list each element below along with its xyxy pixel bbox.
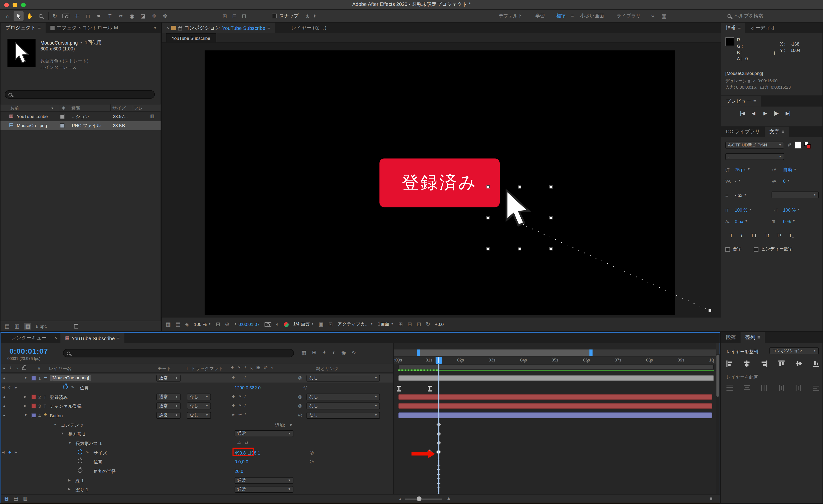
timeline-zoom-slider[interactable] — [405, 499, 442, 500]
track-matte-dropdown[interactable]: なし▼ — [187, 393, 211, 400]
snap-checkbox[interactable] — [272, 14, 277, 18]
vertical-scale-dropdown[interactable]: 100 %▼ — [735, 207, 752, 212]
previous-frame-button[interactable]: ◀| — [752, 111, 757, 116]
ligatures-checkbox[interactable] — [725, 247, 730, 251]
zoom-in-icon[interactable]: ▲ — [446, 496, 451, 501]
rotate-tool[interactable]: ↻ — [50, 11, 60, 21]
parent-pickwhip-icon[interactable]: ◎ — [298, 394, 302, 399]
faux-italic-button[interactable]: T — [739, 232, 744, 238]
panel-menu-icon[interactable]: ≡ — [738, 25, 741, 30]
transparency-grid-icon[interactable]: ⊡ — [328, 322, 333, 327]
layer-name[interactable]: [MouseCursor.png] — [50, 375, 91, 381]
quality-switch[interactable]: / — [245, 394, 246, 399]
align-center-h-button[interactable] — [744, 360, 750, 367]
eye-toggle[interactable]: ● — [3, 413, 5, 417]
clone-stamp-tool[interactable]: ◉ — [127, 11, 137, 21]
blend-mode-dropdown[interactable]: 通常▼ — [157, 375, 181, 381]
add-keyframe-button[interactable]: ◆ — [8, 450, 11, 454]
fast-previews-icon[interactable]: ⊟ — [407, 322, 412, 327]
roto-brush-tool[interactable]: ❖ — [149, 11, 159, 21]
graph-toggle-icon[interactable]: ∿ — [86, 450, 89, 455]
distribute-right-button[interactable] — [813, 385, 819, 391]
parent-dropdown[interactable]: なし▼ — [306, 393, 380, 400]
zoom-out-icon[interactable]: ▲ — [398, 497, 402, 501]
navigator-start-handle[interactable] — [417, 349, 420, 356]
group-row-rectangle-1[interactable]: ▼ 長方形 1 通常▼ — [1, 429, 393, 438]
work-area-bar[interactable] — [398, 365, 714, 369]
fill-color-swatch[interactable] — [795, 142, 801, 149]
tab-effect-controls[interactable]: エフェクトコントロール M — [45, 22, 123, 33]
next-frame-button[interactable]: |▶ — [774, 111, 779, 116]
tab-project[interactable]: プロジェクト ≡ — [0, 22, 45, 33]
selection-handle[interactable] — [486, 247, 490, 250]
group-blend-mode-dropdown[interactable]: 通常▼ — [235, 430, 294, 437]
property-row-position-1[interactable]: ◀ ◇ ▶ ∿ 位置 1290.0,682.0 ◎ — [1, 383, 393, 392]
puppet-pin-tool[interactable]: ✜ — [160, 11, 170, 21]
column-track-matte[interactable]: トラックマット — [191, 366, 223, 372]
twirl-icon[interactable]: ▼ — [61, 432, 64, 435]
tsume-dropdown[interactable]: 0 %▼ — [783, 219, 795, 224]
frame-blending-icon[interactable]: ◐ — [332, 350, 336, 355]
time-navigator[interactable] — [393, 349, 716, 356]
group-blend-mode-dropdown[interactable]: 通常▼ — [235, 486, 294, 493]
column-name[interactable]: 名前 — [10, 106, 19, 112]
layer-row-2[interactable]: ● ▶ 2 T 登録済み 通常▼ なし▼ ♣ ☀ / ◎ なし▼ — [1, 392, 393, 401]
main-viewer-icon[interactable]: ▤ — [176, 322, 180, 327]
hand-tool[interactable]: ✋ — [25, 11, 35, 21]
add-menu-icon[interactable]: ▶ — [290, 423, 293, 426]
camera-dropdown[interactable]: アクティブカ...▼ — [338, 321, 373, 327]
layer-row-1[interactable]: ● ▼ 1 ▤ [MouseCursor.png] 通常▼ ♣ / ◎ なし▼ — [1, 374, 393, 382]
reset-exposure-icon[interactable]: ↻ — [426, 322, 430, 327]
layer-bar-2[interactable] — [398, 394, 712, 400]
parent-dropdown[interactable]: なし▼ — [306, 375, 380, 381]
layer-row-4[interactable]: ● ▼ 4 ★ Button 通常▼ なし▼ ♣ ☀ / ◎ なし▼ — [1, 411, 393, 420]
zoom-slider-knob[interactable] — [417, 496, 421, 501]
distribute-center-v-button[interactable] — [744, 385, 750, 391]
align-right-button[interactable] — [761, 360, 768, 367]
collapse-switch[interactable]: ♣ — [232, 394, 235, 399]
tab-cc-libraries[interactable]: CC ライブラリ — [721, 126, 765, 137]
playhead-handle[interactable] — [436, 357, 442, 364]
selection-handle[interactable] — [518, 247, 521, 250]
close-icon[interactable]: × — [166, 25, 169, 30]
workspace-standard[interactable]: 標準 — [551, 12, 571, 19]
leading-dropdown[interactable]: - px▼ — [735, 192, 747, 198]
keyframe-easy-ease[interactable] — [397, 386, 401, 391]
selection-handle[interactable] — [486, 185, 490, 188]
twirl-icon[interactable]: ▶ — [68, 488, 71, 491]
strip-menu-icon[interactable]: ≡ — [709, 496, 712, 501]
mask-visibility-icon[interactable]: ⊕ — [225, 322, 229, 327]
workspace-small-screen[interactable]: 小さい画面 — [574, 12, 610, 19]
layer-bar-3[interactable] — [398, 403, 712, 409]
property-label[interactable]: 位置 — [93, 459, 102, 466]
align-center-v-button[interactable] — [796, 360, 802, 367]
layer-bar-4[interactable] — [398, 412, 712, 418]
expand-in-out-pane-icon[interactable]: ▤ — [14, 496, 18, 501]
subscript-button[interactable]: T₁ — [789, 232, 794, 238]
panel-menu-icon[interactable]: ≡ — [268, 25, 270, 30]
quality-sun-switch[interactable]: ☀ — [238, 413, 242, 417]
stopwatch-icon[interactable] — [77, 468, 82, 473]
property-value[interactable]: 20.0 — [235, 469, 243, 474]
snapshot-icon[interactable] — [264, 322, 271, 327]
label-column-icon[interactable]: ◈ — [62, 106, 65, 110]
view-layout-dropdown[interactable]: 1画面▼ — [378, 321, 394, 327]
panel-menu-icon[interactable]: ≡ — [38, 25, 41, 30]
panel-menu-icon[interactable]: ≡ — [782, 129, 784, 134]
traffic-close-button[interactable] — [4, 2, 9, 7]
exposure-value[interactable]: +0.0 — [435, 322, 444, 327]
navigator-end-handle[interactable] — [589, 349, 593, 356]
property-pickwhip-icon[interactable]: ◎ — [304, 385, 308, 390]
tracking-dropdown[interactable]: 0▼ — [783, 179, 790, 184]
twirl-icon[interactable]: ▼ — [24, 413, 27, 417]
twirl-icon[interactable]: ▶ — [68, 479, 71, 482]
group-label[interactable]: 長方形 1 — [68, 431, 86, 438]
traffic-zoom-button[interactable] — [21, 2, 26, 7]
align-top-button[interactable] — [779, 360, 785, 367]
hindi-digits-checkbox[interactable] — [754, 247, 758, 251]
column-layer-name[interactable]: レイヤー名 — [49, 366, 71, 372]
selection-handle[interactable] — [518, 185, 521, 188]
axis-mode-icon[interactable]: ⊞ — [223, 13, 227, 19]
mask-toggle-icon[interactable]: ⊕ — [305, 13, 310, 19]
type-tool[interactable]: T — [105, 11, 115, 21]
